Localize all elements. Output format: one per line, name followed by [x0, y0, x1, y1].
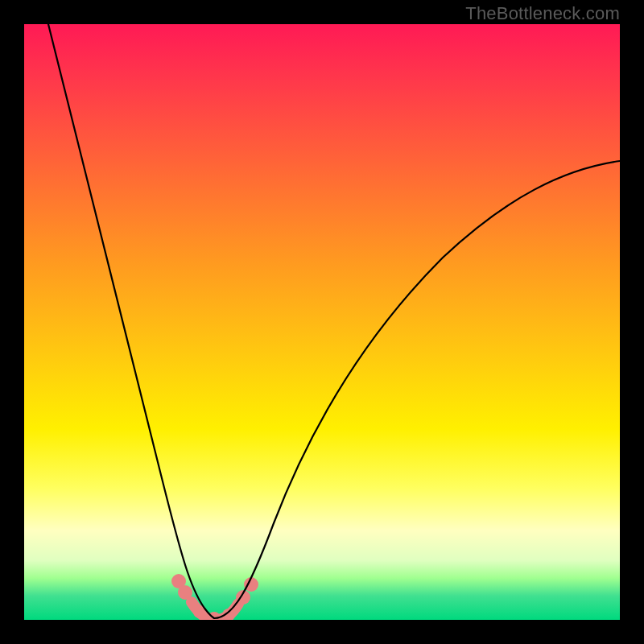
- chart-frame: TheBottleneck.com: [0, 0, 644, 644]
- curve-svg: [24, 24, 620, 620]
- bottleneck-curve: [40, 24, 620, 618]
- highlight-dots: [171, 574, 258, 620]
- plot-area: [24, 24, 620, 620]
- watermark-text: TheBottleneck.com: [465, 3, 620, 24]
- highlight-segment: [192, 602, 238, 620]
